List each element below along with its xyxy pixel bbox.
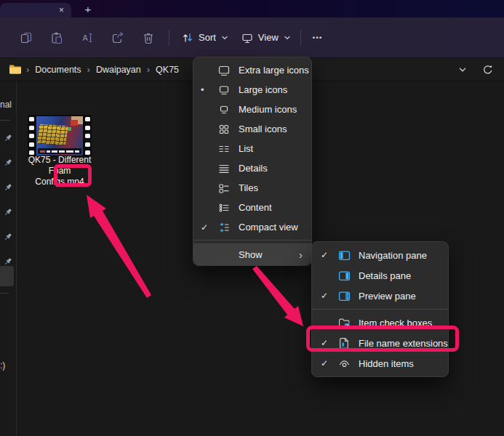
tab-close-icon[interactable]: × bbox=[59, 6, 64, 15]
medium-icons-icon bbox=[218, 104, 231, 116]
paste-button[interactable] bbox=[44, 26, 70, 49]
navigation-pane-icon bbox=[338, 249, 351, 262]
toolbar-divider bbox=[169, 30, 169, 46]
content-icon bbox=[218, 202, 231, 214]
sort-button[interactable]: Sort bbox=[175, 26, 235, 49]
command-toolbar: A bbox=[0, 17, 504, 58]
menu-item-label: Small icons bbox=[239, 124, 304, 134]
share-icon bbox=[111, 31, 124, 44]
delete-button[interactable] bbox=[135, 26, 161, 49]
refresh-button[interactable] bbox=[479, 62, 495, 78]
menu-separator bbox=[312, 309, 448, 310]
menu-item-content[interactable]: Content bbox=[196, 198, 308, 217]
menu-item-label: Large icons bbox=[239, 84, 304, 95]
menu-item-label: Hidden items bbox=[359, 358, 441, 369]
show-submenu: ✓ Navigation pane Details pane ✓ bbox=[311, 241, 449, 377]
sidebar-separator bbox=[0, 120, 10, 121]
menu-item-label: Preview pane bbox=[359, 291, 441, 302]
video-file-thumbnail[interactable] bbox=[28, 115, 92, 157]
hidden-items-icon bbox=[338, 358, 351, 370]
compact-view-icon bbox=[218, 222, 231, 233]
menu-item-label: Medium icons bbox=[239, 104, 304, 115]
breadcrumb-item-documents[interactable]: Documents bbox=[30, 62, 86, 77]
sidebar-separator bbox=[0, 293, 9, 294]
menu-item-show[interactable]: Show › bbox=[193, 243, 311, 265]
delete-icon bbox=[142, 31, 155, 44]
annotation-box-mp4-extension bbox=[54, 164, 92, 187]
paste-icon bbox=[50, 31, 63, 44]
extra-large-icons-icon bbox=[218, 65, 231, 76]
copy-icon bbox=[20, 31, 33, 44]
annotation-box-file-name-extensions bbox=[306, 326, 459, 352]
menu-item-label: List bbox=[239, 143, 304, 154]
sidebar-item-drive-truncated[interactable]: :) bbox=[0, 360, 5, 371]
menu-item-label: Navigation pane bbox=[359, 250, 441, 261]
folder-icon bbox=[9, 64, 22, 75]
pin-icon bbox=[4, 158, 12, 167]
video-thumbnail-image bbox=[36, 116, 83, 156]
menu-item-label: Details bbox=[239, 163, 304, 174]
large-icons-icon bbox=[218, 84, 231, 96]
breadcrumb-separator: › bbox=[87, 65, 91, 74]
menu-item-tiles[interactable]: Tiles bbox=[196, 178, 308, 198]
rename-icon: A bbox=[81, 31, 94, 44]
small-icons-icon bbox=[218, 124, 231, 135]
view-label: View bbox=[258, 32, 279, 43]
svg-text:A: A bbox=[83, 33, 89, 42]
submenu-item-navigation-pane[interactable]: ✓ Navigation pane bbox=[315, 245, 445, 265]
view-icon bbox=[241, 32, 253, 44]
submenu-item-details-pane[interactable]: Details pane bbox=[315, 265, 445, 286]
menu-item-medium-icons[interactable]: Medium icons bbox=[196, 100, 308, 119]
title-bar: × + bbox=[0, 0, 504, 17]
copy-button[interactable] bbox=[13, 26, 39, 49]
new-tab-button[interactable]: + bbox=[81, 2, 95, 15]
view-dropdown-menu: Extra large icons • Large icons Medium i… bbox=[193, 57, 312, 266]
menu-item-label: Show bbox=[239, 249, 299, 260]
check-icon: ✓ bbox=[321, 250, 338, 260]
menu-item-label: Details pane bbox=[359, 270, 441, 281]
rename-button[interactable]: A bbox=[74, 26, 100, 49]
details-icon bbox=[218, 163, 231, 174]
sidebar-item-personal-truncated[interactable]: nal bbox=[0, 100, 12, 110]
details-pane-icon bbox=[338, 270, 351, 282]
sidebar-divider bbox=[16, 81, 17, 436]
breadcrumb-item-qk75[interactable]: QK75 bbox=[151, 62, 184, 77]
tiles-icon bbox=[218, 182, 231, 194]
menu-item-label: Content bbox=[239, 202, 304, 213]
submenu-item-preview-pane[interactable]: ✓ Preview pane bbox=[315, 286, 445, 306]
menu-item-label: Extra large icons bbox=[239, 65, 309, 76]
breadcrumb-item-dwaipayan[interactable]: Dwaipayan bbox=[91, 62, 146, 77]
pin-icon bbox=[4, 183, 12, 192]
sort-label: Sort bbox=[199, 32, 216, 43]
sort-icon bbox=[182, 32, 193, 44]
pin-icon bbox=[4, 134, 12, 142]
annotation-arrow-to-file-name-extensions bbox=[252, 266, 303, 326]
toolbar-divider bbox=[300, 30, 301, 46]
explorer-tab[interactable]: × bbox=[0, 3, 71, 17]
check-icon: ✓ bbox=[321, 358, 338, 368]
chevron-down-icon bbox=[284, 34, 291, 41]
pin-icon bbox=[4, 233, 12, 241]
list-icon bbox=[218, 143, 231, 155]
see-more-button[interactable]: ••• bbox=[307, 26, 329, 49]
menu-separator bbox=[193, 240, 311, 241]
menu-item-compact-view[interactable]: ✓ Compact view bbox=[196, 217, 308, 237]
menu-item-small-icons[interactable]: Small icons bbox=[196, 119, 308, 139]
pin-icon bbox=[4, 257, 12, 266]
preview-pane-icon bbox=[338, 290, 351, 302]
menu-item-list[interactable]: List bbox=[196, 139, 308, 158]
filmstrip-holes bbox=[29, 117, 34, 155]
menu-item-label: Compact view bbox=[239, 222, 304, 233]
menu-item-large-icons[interactable]: • Large icons bbox=[196, 80, 308, 100]
menu-item-details[interactable]: Details bbox=[196, 158, 308, 178]
check-icon: ✓ bbox=[201, 222, 218, 233]
view-button[interactable]: View bbox=[235, 26, 297, 49]
submenu-arrow-icon: › bbox=[299, 249, 303, 260]
submenu-item-hidden-items[interactable]: ✓ Hidden items bbox=[315, 353, 445, 374]
sidebar-selected-item[interactable] bbox=[0, 266, 14, 286]
share-button[interactable] bbox=[105, 26, 131, 49]
selected-bullet: • bbox=[201, 84, 218, 95]
annotation-arrow-to-mp4 bbox=[87, 195, 151, 298]
menu-item-extra-large-icons[interactable]: Extra large icons bbox=[196, 60, 308, 80]
address-dropdown-button[interactable] bbox=[455, 62, 471, 78]
